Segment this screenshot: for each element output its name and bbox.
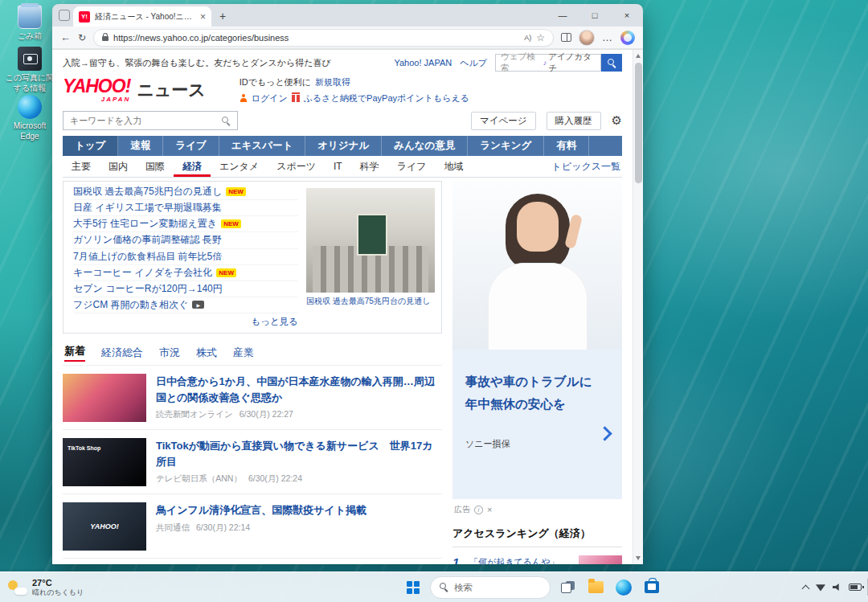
yahoo-news-logo[interactable]: YAHOO! JAPAN ニュース (63, 77, 206, 103)
category-sports[interactable]: スポーツ (268, 156, 325, 177)
settings-gear-icon[interactable]: ⚙ (612, 113, 622, 128)
topic-link[interactable]: 7月値上げの飲食料品目 前年比5倍 (73, 249, 298, 265)
task-view-button[interactable] (556, 576, 579, 599)
topic-link[interactable]: 国税収 過去最高75兆円台の見通しNEW (73, 184, 298, 200)
file-explorer-button[interactable] (584, 576, 607, 599)
yahoo-japan-link[interactable]: Yahoo! JAPAN (394, 58, 452, 68)
search-buzzword[interactable]: ♪アイノカタチ (543, 51, 596, 74)
profile-avatar[interactable] (579, 30, 595, 46)
campaign-link[interactable]: ふるさと納税でPayPayポイントもらえる (304, 92, 469, 104)
maximize-button[interactable]: □ (579, 4, 611, 27)
store-button[interactable] (641, 576, 663, 599)
nav-original[interactable]: オリジナル (305, 136, 382, 156)
topic-link[interactable]: フジCM 再開の動き相次ぐ▶ (73, 297, 298, 313)
purchase-history-button[interactable]: 購入履歴 (547, 112, 601, 130)
article-row[interactable]: 欧州中央銀行、2%目標を維持 物価変動に迅速に対応 (63, 558, 442, 564)
category-domestic[interactable]: 国内 (100, 156, 137, 177)
desktop-icon-edge[interactable]: Microsoft Edge (5, 95, 55, 141)
weather-widget[interactable]: 27°C 晴れのちくもり (3, 572, 88, 602)
category-main[interactable]: 主要 (63, 156, 100, 177)
nav-paid[interactable]: 有料 (544, 136, 589, 156)
category-it[interactable]: IT (325, 156, 351, 177)
back-button[interactable]: ← (60, 31, 71, 43)
new-tab-button[interactable]: + (219, 10, 226, 23)
edge-button[interactable] (612, 576, 635, 599)
minimize-button[interactable]: — (547, 4, 579, 27)
category-science[interactable]: 科学 (351, 156, 388, 177)
article-row[interactable]: TikTok Shop TikTokが動画から直接買い物できる新サービス 世界1… (63, 429, 442, 493)
desktop-icon-spotlight-info[interactable]: この写真に関する情報 (5, 47, 55, 93)
start-button[interactable] (402, 576, 424, 599)
ad-close-icon[interactable]: × (487, 505, 492, 514)
topic-link[interactable]: 大手5行 住宅ローン変動据え置きNEW (73, 216, 298, 232)
help-link[interactable]: ヘルプ (460, 57, 487, 69)
article-thumbnail[interactable]: TikTok Shop (63, 438, 146, 486)
category-local[interactable]: 地域 (435, 156, 472, 177)
address-bar[interactable]: https://news.yahoo.co.jp/categories/busi… (93, 29, 554, 47)
article-title[interactable]: TikTokが動画から直接買い物できる新サービス 世界17カ所目 (156, 438, 442, 469)
article-title[interactable]: 鳥インフル清浄化宣言、国際獣疫サイト掲載 (156, 502, 442, 518)
favorite-star-icon[interactable]: ☆ (536, 32, 545, 43)
tab-economy-general[interactable]: 経済総合 (101, 346, 143, 360)
topic-link[interactable]: ガソリン価格の事前調整確認 長野 (73, 232, 298, 248)
top-ad-link[interactable]: 入院→留守も、緊張の舞台も楽しむ。友だちとダンスから得た喜び (63, 57, 331, 69)
ranking-item[interactable]: 1 「何が起きてるんや」 ミスド「幻のドーナツ」発売1カ月でな (452, 547, 622, 564)
category-entertainment[interactable]: エンタメ (211, 156, 268, 177)
taskbar-search-input[interactable] (454, 583, 534, 592)
register-link[interactable]: 新規取得 (315, 76, 350, 88)
hidden-icons-chevron-icon[interactable] (802, 584, 810, 592)
close-button[interactable]: × (611, 4, 643, 27)
tab-actions-icon[interactable] (59, 10, 70, 21)
web-search-button[interactable] (601, 54, 622, 72)
page-scrollbar[interactable] (633, 50, 643, 564)
tab-stocks[interactable]: 株式 (196, 346, 217, 360)
desktop-icon-recycle-bin[interactable]: ごみ箱 (5, 5, 55, 42)
tab-industry[interactable]: 産業 (233, 346, 254, 360)
topic-link[interactable]: キーコーヒー イノダを子会社化NEW (73, 265, 298, 281)
taskbar-search[interactable] (430, 576, 551, 599)
tab-new[interactable]: 新着 (64, 344, 85, 362)
keyword-search-box[interactable] (63, 111, 238, 130)
article-thumbnail[interactable] (63, 374, 146, 422)
web-search-box[interactable]: ウェブ検索 ♪アイノカタチ (495, 54, 601, 72)
tab-market[interactable]: 市況 (159, 346, 180, 360)
copilot-icon[interactable] (620, 31, 635, 45)
nav-ranking[interactable]: ランキング (468, 136, 544, 156)
scrollbar-thumb[interactable] (635, 63, 642, 183)
nav-live[interactable]: ライブ (163, 136, 219, 156)
ad-info-icon[interactable]: i (474, 506, 483, 514)
browser-menu-icon[interactable]: … (602, 31, 613, 43)
mypage-button[interactable]: マイページ (471, 112, 536, 130)
tab-close-icon[interactable]: × (200, 12, 206, 22)
article-title[interactable]: 日中合意から1か月、中国が日本産水産物の輸入再開…周辺国との関係改善急ぐ思惑か (156, 374, 442, 405)
article-row[interactable]: 日中合意から1か月、中国が日本産水産物の輸入再開…周辺国との関係改善急ぐ思惑か … (63, 365, 442, 429)
split-screen-icon[interactable] (561, 33, 571, 42)
category-life[interactable]: ライフ (388, 156, 436, 177)
nav-flash[interactable]: 速報 (118, 136, 163, 156)
ranking-thumbnail[interactable] (579, 555, 622, 564)
battery-icon[interactable] (849, 584, 862, 591)
more-topics-link[interactable]: もっと見る (73, 313, 298, 328)
topic-photo-link[interactable]: 国税収 過去最高75兆円台の見通し (306, 182, 441, 333)
category-business[interactable]: 経済 (174, 156, 211, 177)
nav-expert[interactable]: エキスパート (219, 136, 305, 156)
topics-list-link[interactable]: トピックス一覧 (552, 160, 622, 174)
read-aloud-icon[interactable]: A) (524, 34, 531, 42)
keyword-search-input[interactable] (70, 116, 217, 125)
nav-top[interactable]: トップ (63, 136, 118, 156)
sidebar-ad[interactable]: 事故や車のトラブルに 年中無休の安心を ソニー損保 広告 i × (452, 181, 622, 520)
search-icon[interactable] (222, 117, 231, 125)
browser-tab[interactable]: Y! 経済ニュース - Yahoo!ニュース × (73, 6, 211, 27)
category-world[interactable]: 国際 (137, 156, 174, 177)
article-row[interactable]: YAHOO! 鳥インフル清浄化宣言、国際獣疫サイト掲載 共同通信6/30(月) … (63, 493, 442, 558)
volume-icon[interactable] (833, 584, 841, 592)
scroll-down-icon[interactable] (636, 556, 641, 560)
login-link[interactable]: ログイン (252, 92, 288, 104)
wifi-icon[interactable] (816, 584, 825, 592)
topic-link[interactable]: セブン コーヒーRが120円→140円 (73, 281, 298, 297)
topic-link[interactable]: 日産 イギリス工場で早期退職募集 (73, 200, 298, 216)
article-thumbnail[interactable]: YAHOO! (63, 502, 146, 551)
nav-opinions[interactable]: みんなの意見 (382, 136, 468, 156)
refresh-button[interactable]: ↻ (78, 32, 86, 43)
site-security-icon[interactable] (102, 36, 108, 41)
